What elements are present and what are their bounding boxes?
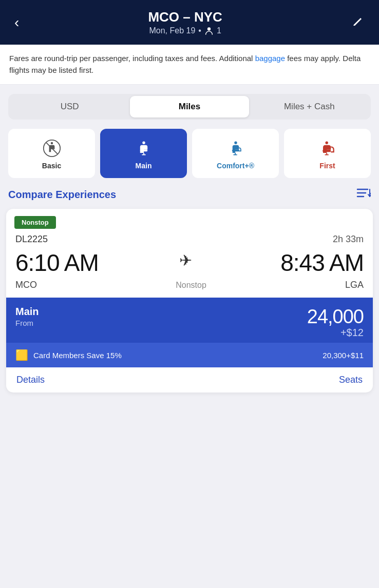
- fare-type-tabs: USD Miles Miles + Cash: [8, 94, 371, 120]
- card-savings-label: Card Members Save 15%: [33, 351, 122, 360]
- stops-label: Nonstop: [37, 281, 345, 290]
- flight-direction-icon: ✈: [99, 252, 280, 273]
- tab-miles-cash[interactable]: Miles + Cash: [250, 96, 369, 117]
- pricing-cash: +$12: [307, 327, 364, 339]
- tab-usd[interactable]: USD: [10, 96, 129, 117]
- card-icon: 🟨: [15, 349, 28, 361]
- arrive-time: 8:43 AM: [280, 249, 364, 277]
- pricing-miles: 24,000: [307, 306, 364, 328]
- cabin-first[interactable]: First: [284, 129, 371, 178]
- tab-miles[interactable]: Miles: [130, 96, 249, 117]
- baggage-link[interactable]: baggage: [255, 54, 285, 63]
- fare-notice: Fares are round-trip per passenger, incl…: [0, 45, 379, 85]
- svg-rect-7: [232, 150, 239, 152]
- flight-info-row: DL2225 2h 33m: [6, 234, 373, 245]
- cabin-comfort[interactable]: Comfort+®: [192, 129, 279, 178]
- main-label: Main: [104, 162, 183, 170]
- svg-rect-5: [140, 150, 147, 152]
- nonstop-badge: Nonstop: [14, 216, 56, 229]
- section-header: Compare Experiences: [8, 187, 371, 202]
- first-seat-icon: [318, 139, 337, 158]
- svg-point-8: [325, 142, 328, 144]
- basic-label: Basic: [12, 162, 91, 170]
- svg-rect-9: [323, 150, 331, 152]
- card-savings-left: 🟨 Card Members Save 15%: [15, 349, 122, 361]
- pricing-top: Main From 24,000 +$12: [15, 306, 364, 339]
- route-title: MCO – NYC: [23, 9, 347, 25]
- section-title: Compare Experiences: [8, 189, 116, 201]
- depart-time: 6:10 AM: [15, 249, 99, 277]
- dest-airport: LGA: [345, 280, 364, 290]
- sort-icon: [356, 187, 371, 199]
- flight-footer: Details Seats: [6, 367, 373, 393]
- basic-seat-icon: [43, 139, 61, 158]
- flight-card: Nonstop DL2225 2h 33m 6:10 AM ✈ 8:43 AM …: [6, 209, 373, 393]
- seats-link[interactable]: Seats: [339, 375, 363, 385]
- notice-text-before: Fares are round-trip per passenger, incl…: [9, 54, 255, 63]
- pricing-block[interactable]: Main From 24,000 +$12 🟨 Card Members Sav…: [6, 298, 373, 367]
- date-label: Mon, Feb 19: [149, 26, 195, 35]
- main-seat-icon: [135, 139, 153, 158]
- pricing-right: 24,000 +$12: [307, 306, 364, 339]
- sort-button[interactable]: [356, 187, 371, 202]
- cabin-main[interactable]: Main: [100, 129, 187, 178]
- edit-button[interactable]: [347, 12, 369, 33]
- pricing-from: From: [15, 319, 39, 327]
- flight-times-row: 6:10 AM ✈ 8:43 AM: [6, 247, 373, 280]
- card-savings-value: 20,300+$11: [323, 351, 364, 360]
- passenger-icon: [204, 26, 214, 35]
- edit-icon: [351, 14, 365, 28]
- card-savings-row: 🟨 Card Members Save 15% 20,300+$11: [6, 343, 373, 367]
- header-center: MCO – NYC Mon, Feb 19 • 1: [23, 9, 347, 35]
- flight-airports-row: MCO Nonstop LGA: [6, 280, 373, 298]
- back-button[interactable]: ‹: [10, 13, 23, 32]
- plane-icon: ✈: [177, 252, 202, 269]
- header-subtitle: Mon, Feb 19 • 1: [23, 26, 347, 35]
- separator: •: [198, 26, 201, 35]
- svg-point-6: [234, 142, 237, 144]
- pricing-left: Main From: [15, 306, 39, 327]
- svg-point-0: [207, 27, 211, 30]
- comfort-seat-icon: [226, 139, 245, 158]
- details-link[interactable]: Details: [16, 375, 45, 385]
- app-header: ‹ MCO – NYC Mon, Feb 19 • 1: [0, 0, 379, 45]
- first-label: First: [288, 162, 367, 170]
- passenger-count: 1: [217, 26, 221, 35]
- origin-airport: MCO: [15, 280, 37, 290]
- cabin-class-selector: Basic Main Comfort+® First: [8, 129, 371, 178]
- flight-number: DL2225: [15, 234, 48, 245]
- svg-text:✈: ✈: [179, 252, 192, 269]
- svg-point-3: [50, 142, 53, 145]
- pricing-cabin: Main: [15, 306, 39, 318]
- cabin-basic[interactable]: Basic: [8, 129, 95, 178]
- comfort-label: Comfort+®: [196, 162, 275, 170]
- svg-point-4: [142, 142, 145, 144]
- flight-duration: 2h 33m: [333, 234, 364, 245]
